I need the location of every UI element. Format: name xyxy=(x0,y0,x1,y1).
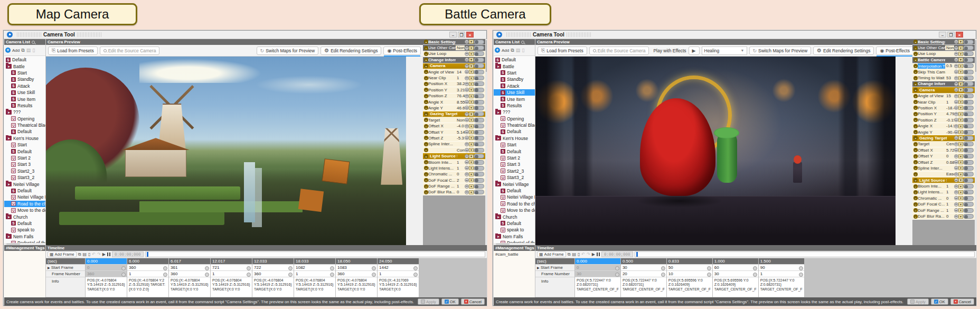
dropdown-icon[interactable]: ▾ xyxy=(958,202,963,207)
toggle-switch[interactable] xyxy=(474,118,484,123)
setting-value[interactable]: 1 xyxy=(456,184,465,189)
camera-list-item[interactable]: Default xyxy=(494,188,535,194)
settings-block[interactable]: ⌄ Angle of View 15 ▾ xyxy=(912,93,975,99)
settings-block[interactable]: ⌄ Chromatic ... 0 ▾ xyxy=(912,195,975,201)
setting-value[interactable]: 0 xyxy=(456,172,465,176)
settings-block[interactable]: ⌄ Skip This Camera ▾ xyxy=(912,69,975,75)
toggle-switch[interactable] xyxy=(963,148,974,153)
setting-value[interactable]: -18.40841 xyxy=(945,106,954,110)
dropdown-icon[interactable]: ▾ xyxy=(469,190,474,194)
settings-block[interactable]: ⌄ Position X -18.40841 ▾ xyxy=(912,105,975,111)
settings-block[interactable]: ⌄ Interpolation Time fr... 0.5 ▾ xyxy=(912,63,975,69)
keyframe-icon[interactable] xyxy=(954,124,958,128)
dropdown-icon[interactable]: ▾ xyxy=(469,82,474,86)
settings-block[interactable]: ⌄ Spline Inter... ▾ xyxy=(912,165,975,171)
add-icon[interactable]: + xyxy=(5,48,11,53)
camera-list-item[interactable]: Use Skill xyxy=(4,89,45,96)
dropdown-icon[interactable]: ▾ xyxy=(469,46,474,50)
setting-value[interactable]: Constant Speed xyxy=(456,148,465,153)
start-frame-cell[interactable]: 1083 xyxy=(336,265,377,271)
playhead-marker[interactable] xyxy=(147,252,148,257)
keyframe-icon[interactable] xyxy=(465,160,469,164)
toggle-switch[interactable] xyxy=(474,100,484,105)
toggle-switch[interactable] xyxy=(474,124,484,128)
dropdown-icon[interactable]: ▾ xyxy=(958,196,963,200)
frame-number-cell[interactable]: 360 xyxy=(169,271,210,277)
keyframe-icon[interactable] xyxy=(954,148,958,152)
time-cell[interactable]: 1.000 xyxy=(713,258,758,265)
settings-block[interactable]: ⌄ Gazing Target ▾ xyxy=(912,135,975,141)
dropdown-icon[interactable]: ▾ xyxy=(958,154,963,158)
paste-icon[interactable]: ▤ xyxy=(82,252,87,257)
timeline-scrubber[interactable] xyxy=(145,251,485,257)
minimize-button[interactable]: – xyxy=(939,32,946,38)
timeline-column[interactable]: 0.500 30 20 POS:{X:5.722447 Y:0 Z:0.6820… xyxy=(621,258,667,297)
keyframe-icon[interactable] xyxy=(465,70,469,74)
time-cell[interactable]: 12.017 xyxy=(211,258,252,265)
camera-list-item[interactable]: Neitei Village Basic xyxy=(4,194,45,200)
keyframe-icon[interactable] xyxy=(465,124,469,128)
setting-value[interactable]: 3.213223 xyxy=(456,88,465,92)
camera-list-item[interactable]: Road to the church xyxy=(494,201,535,207)
dropdown-icon[interactable]: ▾ xyxy=(469,40,474,44)
toggle-switch[interactable] xyxy=(963,51,974,56)
cancel-button[interactable]: ✕ Cancel xyxy=(461,298,485,305)
frame-number-cell[interactable]: 1 xyxy=(211,271,252,277)
toggle-switch[interactable] xyxy=(963,45,974,50)
dropdown-icon[interactable]: ▾ xyxy=(469,148,474,152)
maximize-button[interactable]: ❐ xyxy=(947,32,955,38)
keyframe-icon[interactable] xyxy=(465,46,469,50)
trash-icon[interactable]: ▯ xyxy=(32,48,35,53)
toggle-switch[interactable] xyxy=(474,148,484,153)
search-icon[interactable] xyxy=(521,41,524,44)
dropdown-icon[interactable]: ▾ xyxy=(958,124,963,128)
settings-block[interactable]: ⌄ Offset Z 0.6820731 ▾ xyxy=(912,160,975,165)
toggle-switch[interactable] xyxy=(474,142,484,146)
toggle-switch[interactable] xyxy=(474,166,484,171)
keyframe-icon[interactable] xyxy=(954,46,958,50)
add-button[interactable]: Add xyxy=(502,48,509,53)
settings-block[interactable]: ⌄ Bloom Inte... 1 ▾ xyxy=(423,160,485,165)
camera-list-item[interactable]: Default xyxy=(4,220,45,227)
frame-number-cell[interactable]: 360 xyxy=(336,271,377,277)
ok-button[interactable]: ✓ OK xyxy=(441,298,459,305)
settings-block[interactable]: ⌄ Position Y 4.791756 ▾ xyxy=(912,111,975,117)
settings-block[interactable]: ⌄ Light Source Settings ▾ xyxy=(912,177,975,183)
camera-list-item[interactable]: Start xyxy=(494,70,535,76)
keyframe-icon[interactable] xyxy=(954,142,958,146)
camera-list-item[interactable]: Default xyxy=(494,57,535,63)
setting-value[interactable]: 0.6820731 xyxy=(945,160,954,165)
setting-value[interactable]: 0.5 xyxy=(945,63,954,68)
setting-value[interactable]: -5.312916 xyxy=(456,136,465,141)
timeline-column[interactable]: 18.050 1083 360 POS:{X:-4.076804 Y:5.144… xyxy=(336,258,378,297)
search-icon[interactable] xyxy=(32,41,35,44)
trash-icon[interactable]: ▯ xyxy=(522,48,524,53)
timeline-column[interactable]: 6.017 361 360 POS:{X:-4.076804 Y:5.14419… xyxy=(169,258,211,297)
keyframe-icon[interactable] xyxy=(465,106,469,110)
dropdown-icon[interactable]: ▾ xyxy=(958,82,963,86)
keyframe-icon[interactable] xyxy=(465,100,469,104)
frame-number-cell[interactable]: 20 xyxy=(621,271,666,277)
camera-list-item[interactable]: Neitei Village xyxy=(494,181,535,187)
camera-list-item[interactable]: speak to xyxy=(494,227,535,233)
timeline-column[interactable]: 1.000 60 30 POS:{X:5.695596 Y:0 Z:0.1626… xyxy=(713,258,759,297)
toggle-switch[interactable] xyxy=(963,63,974,68)
play-effect-button[interactable]: ▶ xyxy=(689,46,700,55)
dropdown-icon[interactable]: ▾ xyxy=(958,142,963,146)
camera-list-item[interactable]: Start3_2 xyxy=(4,174,45,181)
toggle-switch[interactable] xyxy=(474,111,484,116)
toggle-switch[interactable] xyxy=(474,76,484,80)
keyframe-icon[interactable] xyxy=(954,40,958,44)
dropdown-icon[interactable]: ▾ xyxy=(469,106,474,110)
timeline-column[interactable]: 6.000 360 1 POS:{X:-4.076804 Y:2 Z:-5.31… xyxy=(127,258,169,297)
toggle-switch[interactable] xyxy=(474,172,484,176)
toggle-switch[interactable] xyxy=(963,100,974,105)
setting-value[interactable]: 15 xyxy=(945,93,954,98)
camera-list-item[interactable]: Theatrical Blackout xyxy=(494,122,535,128)
dropdown-icon[interactable]: ▾ xyxy=(469,130,474,134)
playhead-marker[interactable] xyxy=(636,252,638,257)
settings-block[interactable]: ⌄ Basic Settings ▾ xyxy=(912,39,975,45)
settings-block[interactable]: ⌄ Near Clip 1 ▾ xyxy=(423,75,485,81)
camera-list-item[interactable]: ??? xyxy=(494,109,535,115)
toggle-switch[interactable] xyxy=(963,93,974,98)
